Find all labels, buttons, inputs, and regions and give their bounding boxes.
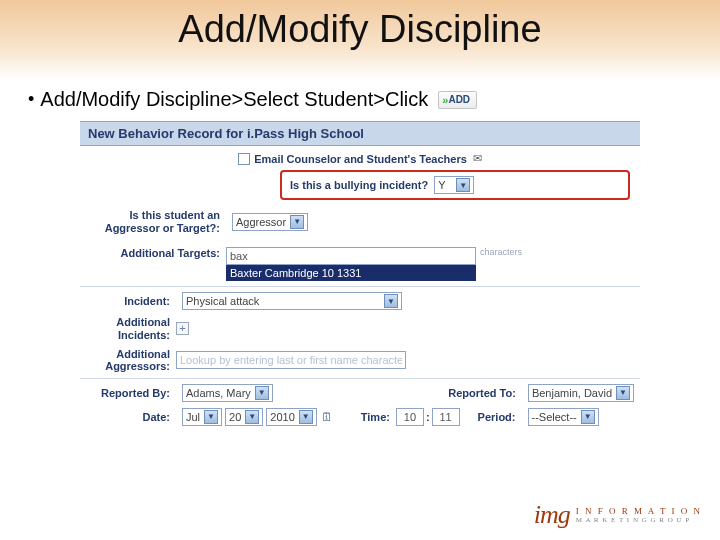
brand-logo: img I N F O R M A T I O N M A R K E T I … [534,500,702,530]
bullying-label: Is this a bullying incident? [290,179,428,191]
day-select[interactable]: 20 ▼ [225,408,263,426]
date-label: Date: [86,411,176,424]
page-title: Add/Modify Discipline [0,8,720,51]
period-select[interactable]: --Select-- ▼ [528,408,599,426]
additional-incidents-label: Additional Incidents: [86,316,176,341]
reported-to-label: Reported To: [448,387,522,400]
chevron-down-icon: ▼ [384,294,398,308]
time-colon: : [424,411,432,423]
targets-autocomplete: Baxter Cambridge 10 1331 [226,247,476,281]
incident-value: Physical attack [186,295,259,307]
targets-label: Additional Targets: [86,247,226,260]
year-value: 2010 [270,411,294,423]
time-label: Time: [361,411,396,424]
reported-by-label: Reported By: [86,387,176,400]
reported-to-value: Benjamin, David [532,387,612,399]
logo-line1: I N F O R M A T I O N [576,506,702,516]
logo-line2: M A R K E T I N G G R O U P [576,516,702,524]
period-label: Period: [478,411,522,424]
chevron-down-icon: ▼ [581,410,595,424]
bullying-highlight: Is this a bullying incident? Y ▼ [280,170,630,200]
additional-aggressors-row: Additional Aggressors: [80,345,640,376]
role-select[interactable]: Aggressor ▼ [232,213,308,231]
form-header: New Behavior Record for i.Pass High Scho… [80,121,640,146]
add-button[interactable]: » ADD [438,91,477,109]
add-button-label: ADD [448,94,470,105]
chevron-down-icon: ▼ [290,215,304,229]
chevrons-icon: » [442,94,445,106]
reported-by-value: Adams, Mary [186,387,251,399]
bullying-select[interactable]: Y ▼ [434,176,474,194]
chevron-down-icon: ▼ [255,386,269,400]
role-row: Is this student an Aggressor or Target?:… [80,206,640,237]
reported-by-select[interactable]: Adams, Mary ▼ [182,384,273,402]
incident-label: Incident: [86,295,176,308]
day-value: 20 [229,411,241,423]
chevron-down-icon: ▼ [204,410,218,424]
email-row: Email Counselor and Student's Teachers ✉ [80,146,640,168]
reported-row: Reported By: Adams, Mary ▼ Reported To: … [80,381,640,405]
incident-row: Incident: Physical attack ▼ [80,289,640,313]
behavior-form: New Behavior Record for i.Pass High Scho… [80,121,640,429]
chevron-down-icon: ▼ [245,410,259,424]
plus-icon[interactable]: + [176,322,189,335]
additional-aggressors-label: Additional Aggressors: [86,348,176,373]
slide-header: Add/Modify Discipline [0,0,720,80]
email-label: Email Counselor and Student's Teachers [254,153,467,165]
divider [80,286,640,287]
year-select[interactable]: 2010 ▼ [266,408,316,426]
calendar-icon[interactable]: 🗓 [321,410,333,424]
date-row: Date: Jul ▼ 20 ▼ 2010 ▼ 🗓 Time: : Period… [80,405,640,429]
logo-mark: img [534,500,570,530]
chevron-down-icon: ▼ [456,178,470,192]
email-checkbox[interactable] [238,153,250,165]
time-mm-input[interactable] [432,408,460,426]
bullying-value: Y [438,179,452,191]
targets-hint: characters [480,247,522,257]
month-value: Jul [186,411,200,423]
bullet-dot: • [28,89,34,110]
envelope-icon[interactable]: ✉ [473,152,482,165]
month-select[interactable]: Jul ▼ [182,408,222,426]
additional-incidents-row: Additional Incidents: + [80,313,640,344]
breadcrumb-text: Add/Modify Discipline>Select Student>Cli… [40,88,428,111]
targets-input[interactable] [226,247,476,265]
divider [80,378,640,379]
chevron-down-icon: ▼ [616,386,630,400]
additional-aggressors-input[interactable] [176,351,406,369]
time-hh-input[interactable] [396,408,424,426]
role-value: Aggressor [236,216,286,228]
targets-row: Additional Targets: Baxter Cambridge 10 … [80,237,640,284]
period-value: --Select-- [532,411,577,423]
breadcrumb: • Add/Modify Discipline>Select Student>C… [0,80,720,121]
targets-suggestion[interactable]: Baxter Cambridge 10 1331 [226,265,476,281]
reported-to-select[interactable]: Benjamin, David ▼ [528,384,634,402]
role-label: Is this student an Aggressor or Target?: [86,209,226,234]
incident-select[interactable]: Physical attack ▼ [182,292,402,310]
chevron-down-icon: ▼ [299,410,313,424]
